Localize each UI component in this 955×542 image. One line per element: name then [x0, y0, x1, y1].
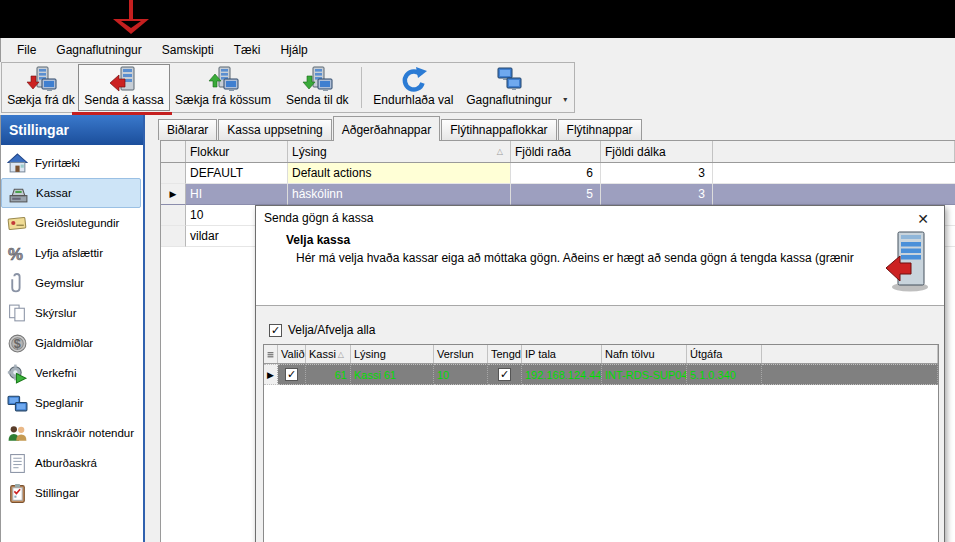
- mirrors-computers-icon: [6, 392, 28, 414]
- menu-gagnaflutningur[interactable]: Gagnaflutningur: [46, 39, 151, 61]
- column-header-label: Flokkur: [190, 145, 229, 159]
- cell-valid[interactable]: [278, 364, 306, 385]
- cash-register-icon: [7, 182, 29, 204]
- sidebar-item-verkefni[interactable]: Verkefni: [1, 358, 143, 388]
- column-header-valid[interactable]: Valið: [278, 345, 306, 363]
- application-window: File Gagnaflutningur Samskipti Tæki Hjál…: [0, 0, 955, 542]
- menu-hjalp[interactable]: Hjálp: [270, 39, 317, 61]
- dialog-header: Senda gögn á kassa Velja kassa Hér má ve…: [256, 206, 944, 306]
- toolbar-button-senda-a-kassa[interactable]: Senda á kassa: [78, 64, 170, 111]
- menu-samskipti[interactable]: Samskipti: [152, 39, 224, 61]
- cell-fjoldi-rada: 6: [511, 163, 601, 184]
- sidebar-item-label: Innskráðir notendur: [35, 427, 134, 439]
- select-all-checkbox-row[interactable]: Velja/Afvelja alla: [269, 323, 375, 337]
- toolbar-button-label: Senda til dk: [286, 94, 349, 107]
- toolbar-button-endurhlada-val[interactable]: Endurhlaða val: [365, 64, 461, 111]
- annotation-underline: [72, 112, 172, 115]
- table-row[interactable]: DEFAULT Default actions 6 3: [161, 163, 955, 184]
- row-header-cell: [161, 205, 186, 226]
- discount-percent-icon: %: [6, 242, 28, 264]
- column-header-label: Lýsing: [354, 348, 386, 360]
- cell-lysing: Kassi 61: [351, 364, 434, 385]
- register-row-selected[interactable]: 61 Kassi 61 10 192.168.124.44 INT-RDS-SU…: [264, 364, 938, 385]
- cell-fjoldi-dalka: 3: [601, 163, 713, 184]
- column-header-fjoldi-rada[interactable]: Fjöldi raða: [511, 141, 601, 162]
- sidebar-item-skyrslur[interactable]: Skýrslur: [1, 298, 143, 328]
- tasks-gear-icon: [6, 362, 28, 384]
- column-header-lysing[interactable]: Lýsing: [288, 141, 511, 162]
- dialog-description: Hér má velja hvaða kassar eiga að móttak…: [296, 251, 874, 265]
- fetch-from-dk-icon: [25, 66, 57, 94]
- menu-file[interactable]: File: [7, 39, 46, 61]
- sidebar-item-label: Greiðslutegundir: [35, 217, 119, 229]
- tengdur-checkbox[interactable]: [498, 368, 511, 381]
- sidebar-item-stillingar[interactable]: Stillingar: [1, 478, 143, 508]
- toolbar-button-saekja-fra-kossum[interactable]: Sækja frá kössum: [170, 64, 276, 111]
- toolbar-button-gagnaflutningur[interactable]: Gagnaflutningur: [461, 64, 556, 111]
- toolbar-separator: [361, 67, 362, 108]
- reports-icon: [6, 302, 28, 324]
- close-icon[interactable]: [914, 210, 932, 228]
- sidebar-item-atburdaskra[interactable]: Atburðaskrá: [1, 448, 143, 478]
- sidebar-item-speglanir[interactable]: Speglanir: [1, 388, 143, 418]
- cell-filler: [713, 184, 955, 205]
- sidebar-item-kassar[interactable]: Kassar: [1, 178, 141, 208]
- tab-flytihnappaflokkar[interactable]: Flýtihnappaflokkar: [441, 119, 556, 140]
- sidebar-item-geymslur[interactable]: Geymslur: [1, 268, 143, 298]
- toolbar-overflow-chevron-icon[interactable]: [559, 91, 572, 107]
- select-all-label: Velja/Afvelja alla: [288, 323, 375, 337]
- cell-filler: [762, 364, 938, 385]
- sidebar-splitter[interactable]: [147, 115, 157, 542]
- toolbar-button-saekja-fra-dk[interactable]: Sækja frá dk: [4, 64, 78, 111]
- menu-bar: File Gagnaflutningur Samskipti Tæki Hjál…: [0, 38, 955, 62]
- row-header-cell: [161, 184, 186, 205]
- column-header-verslun[interactable]: Verslun: [434, 345, 488, 363]
- sidebar-item-label: Skýrslur: [35, 307, 77, 319]
- sidebar-item-gjaldmidlar[interactable]: $ Gjaldmiðlar: [1, 328, 143, 358]
- sidebar-item-fyrirtaeki[interactable]: Fyrirtæki: [1, 148, 143, 178]
- column-header-ip-tala[interactable]: IP tala: [522, 345, 602, 363]
- menu-taeki[interactable]: Tæki: [224, 39, 271, 61]
- sidebar-item-label: Fyrirtæki: [35, 157, 80, 169]
- column-header-flokkur[interactable]: Flokkur: [186, 141, 288, 162]
- column-header-nafn-tolvu[interactable]: Nafn tölvu: [602, 345, 687, 363]
- column-header-filler: [762, 345, 938, 363]
- table-corner-cell: [161, 141, 186, 162]
- sidebar-item-greidslutegundir[interactable]: Greiðslutegundir: [1, 208, 143, 238]
- column-header-tengdur[interactable]: Tengdur: [488, 345, 522, 363]
- tab-flytihnappar[interactable]: Flýtihnappar: [558, 119, 642, 140]
- sidebar-item-label: Gjaldmiðlar: [35, 337, 93, 349]
- row-header-cell: [264, 364, 278, 385]
- cell-tengdur[interactable]: [488, 364, 522, 385]
- column-header-label: Útgáfa: [690, 348, 722, 360]
- select-all-checkbox[interactable]: [269, 324, 282, 337]
- cell-flokkur: DEFAULT: [186, 163, 288, 184]
- svg-text:%: %: [8, 244, 23, 263]
- column-header-utgafa[interactable]: Útgáfa: [687, 345, 762, 363]
- toolbar-button-label: Sækja frá dk: [7, 94, 74, 107]
- column-header-label: Fjöldi raða: [515, 145, 571, 159]
- column-header-label: Verslun: [437, 348, 474, 360]
- cell-utgafa: 5.1.0.340: [687, 364, 762, 385]
- table-row-selected[interactable]: HI háskólinn 5 3: [161, 184, 955, 205]
- valid-checkbox[interactable]: [285, 368, 298, 381]
- sidebar-item-lyfja-afslaettir[interactable]: % Lyfja afslættir: [1, 238, 143, 268]
- column-header-label: IP tala: [525, 348, 556, 360]
- tab-bidlarar[interactable]: Biðlarar: [158, 119, 217, 140]
- toolbar-button-senda-til-dk[interactable]: Senda til dk: [276, 64, 358, 111]
- cell-verslun: 10: [434, 364, 488, 385]
- column-header-label: Lýsing: [292, 145, 327, 159]
- toolbar-button-label: Gagnaflutningur: [466, 94, 551, 107]
- current-row-marker-icon: [170, 189, 177, 199]
- data-transfer-icon: [493, 66, 525, 94]
- column-header-kassi[interactable]: Kassi: [306, 345, 351, 363]
- column-header-lysing[interactable]: Lýsing: [351, 345, 434, 363]
- sidebar-item-label: Atburðaskrá: [35, 457, 97, 469]
- column-header-label: Nafn tölvu: [605, 348, 655, 360]
- column-header-fjoldi-dalka[interactable]: Fjöldi dálka: [601, 141, 713, 162]
- tab-adgerdahnappar[interactable]: Aðgerðahnappar: [333, 116, 440, 141]
- sidebar-item-label: Speglanir: [35, 397, 84, 409]
- tab-kassa-uppsetning[interactable]: Kassa uppsetning: [218, 119, 331, 140]
- sidebar-item-innskradir-notendur[interactable]: Innskráðir notendur: [1, 418, 143, 448]
- send-to-dk-icon: [301, 66, 333, 94]
